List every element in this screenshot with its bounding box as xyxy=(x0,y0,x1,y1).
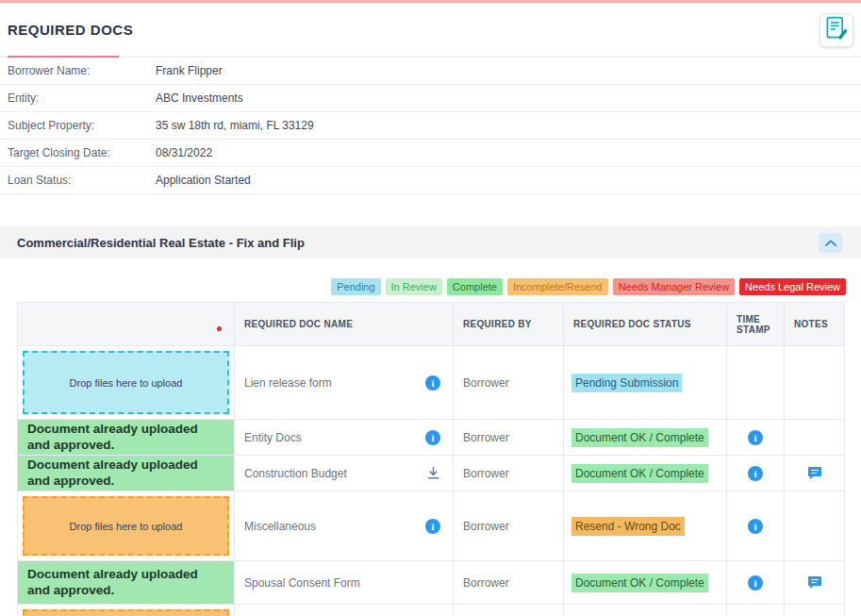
status-cell: Pending Submission xyxy=(564,346,727,420)
approved-banner: Document already uploaded and approved. xyxy=(18,456,234,491)
upload-cell: Document already uploaded and approved. xyxy=(18,561,235,605)
doc-name: Entity Docs xyxy=(244,431,302,444)
approved-banner: Document already uploaded and approved. xyxy=(18,561,234,604)
file-dropzone[interactable]: Drop files here to upload xyxy=(23,496,229,556)
approved-label: Document already uploaded and approved. xyxy=(27,422,214,454)
collapse-section-button[interactable] xyxy=(819,233,842,253)
approved-label: Document already uploaded and approved. xyxy=(27,458,214,490)
required-by-cell: Borrower xyxy=(454,346,564,420)
file-dropzone[interactable] xyxy=(23,609,229,616)
title-underline xyxy=(8,56,119,58)
legend-pending: Pending xyxy=(331,278,380,295)
info-icon[interactable] xyxy=(748,575,763,591)
notes-cell xyxy=(785,420,845,456)
timestamp-cell xyxy=(727,420,785,456)
info-label: Loan Status: xyxy=(8,174,156,187)
download-icon[interactable] xyxy=(426,466,440,480)
document-logo-icon xyxy=(823,15,850,45)
info-value: 08/31/2022 xyxy=(156,146,212,159)
upload-cell: Drop files here to upload xyxy=(18,491,235,561)
required-by-cell: Borrower xyxy=(454,491,564,561)
timestamp-cell xyxy=(727,456,785,491)
info-icon[interactable] xyxy=(425,519,440,534)
borrower-info: Borrower Name: Frank Flipper Entity: ABC… xyxy=(0,58,861,194)
file-dropzone[interactable]: Drop files here to upload xyxy=(23,351,229,414)
doc-name-cell: Construction Budget xyxy=(235,456,454,491)
upload-cell: Document already uploaded and approved. xyxy=(18,420,235,456)
required-by: Borrower xyxy=(463,467,509,480)
dropzone-label: Drop files here to upload xyxy=(70,521,183,532)
table-row: Document already uploaded and approved. … xyxy=(18,456,844,491)
table-row: Drop files here to upload Miscellaneous … xyxy=(18,491,844,561)
status-column-header: REQUIRED DOC STATUS xyxy=(564,303,727,346)
info-icon[interactable] xyxy=(748,430,763,445)
page-header: REQUIRED DOCS xyxy=(0,3,861,58)
required-by-cell: Borrower xyxy=(454,420,564,456)
doc-name-cell: Lien release form xyxy=(235,346,454,420)
status-badge: Pending Submission xyxy=(571,374,682,392)
status-legend: Pending In Review Complete Incomplete/Re… xyxy=(15,278,846,295)
info-row: Entity: ABC Investments xyxy=(0,85,861,112)
info-label: Target Closing Date: xyxy=(8,146,156,159)
legend-in-review: In Review xyxy=(386,278,442,295)
legend-needs-manager-review: Needs Manager Review xyxy=(613,278,735,295)
chat-icon[interactable] xyxy=(807,575,822,590)
table-row: Document already uploaded and approved. … xyxy=(18,420,844,456)
status-cell: Document OK / Complete xyxy=(564,420,727,456)
info-value: Frank Flipper xyxy=(156,64,223,77)
status-cell: Document OK / Complete xyxy=(564,561,727,605)
info-icon[interactable] xyxy=(425,375,440,391)
info-value: Application Started xyxy=(156,174,251,187)
section-header-bar: Commercial/Residential Real Estate - Fix… xyxy=(0,226,861,258)
timestamp-cell xyxy=(727,605,785,616)
required-by-column-header: REQUIRED BY xyxy=(454,303,564,346)
required-docs-table: REQUIRED DOC NAME REQUIRED BY REQUIRED D… xyxy=(17,302,844,616)
notes-cell xyxy=(785,561,845,605)
doc-name-cell: Miscellaneous xyxy=(235,491,454,561)
timestamp-cell xyxy=(727,346,785,420)
table-row: Drop files here to upload Lien release f… xyxy=(18,346,844,420)
required-by-cell xyxy=(454,605,564,616)
status-badge: Document OK / Complete xyxy=(571,574,708,592)
info-value: 35 sw 18th rd, miami, FL 33129 xyxy=(156,119,314,132)
app-logo[interactable] xyxy=(820,13,853,47)
status-cell: Resend - Wrong Doc xyxy=(564,491,727,561)
required-by: Borrower xyxy=(463,576,509,590)
status-badge: Document OK / Complete xyxy=(571,464,708,483)
doc-name-cell: Entity Docs xyxy=(235,420,454,456)
status-cell xyxy=(564,605,727,616)
info-label: Borrower Name: xyxy=(8,64,156,77)
legend-incomplete-resend: Incomplete/Resend xyxy=(507,278,608,295)
table-row: Document already uploaded and approved. … xyxy=(18,561,844,605)
info-icon[interactable] xyxy=(748,466,763,481)
required-by: Borrower xyxy=(463,376,509,390)
info-icon[interactable] xyxy=(425,430,440,445)
timestamp-cell xyxy=(727,491,785,561)
notes-cell xyxy=(785,456,845,491)
approved-banner: Document already uploaded and approved. xyxy=(18,420,234,455)
notes-column-header: NOTES xyxy=(785,303,845,346)
page-title: REQUIRED DOCS xyxy=(8,22,133,38)
doc-name-cell xyxy=(235,605,454,616)
time-stamp-column-header: TIME STAMP xyxy=(727,303,785,346)
doc-name: Lien release form xyxy=(244,376,332,390)
info-icon[interactable] xyxy=(748,519,763,534)
status-cell: Document OK / Complete xyxy=(564,456,727,491)
upload-column-header xyxy=(18,303,235,346)
section-title: Commercial/Residential Real Estate - Fix… xyxy=(17,236,305,250)
required-by-cell: Borrower xyxy=(454,456,564,491)
upload-cell xyxy=(18,605,235,616)
notes-cell xyxy=(785,605,845,616)
doc-name: Spousal Consent Form xyxy=(244,576,360,590)
required-by-cell: Borrower xyxy=(454,561,564,605)
red-dot-indicator xyxy=(217,326,222,331)
upload-cell: Drop files here to upload xyxy=(18,346,235,420)
table-header-row: REQUIRED DOC NAME REQUIRED BY REQUIRED D… xyxy=(18,303,844,346)
upload-cell: Document already uploaded and approved. xyxy=(18,456,235,491)
notes-cell xyxy=(785,491,845,561)
table-row xyxy=(18,605,844,616)
doc-name-cell: Spousal Consent Form xyxy=(235,561,454,605)
notes-cell xyxy=(785,346,845,420)
chat-icon[interactable] xyxy=(807,466,822,480)
timestamp-cell xyxy=(727,561,785,605)
